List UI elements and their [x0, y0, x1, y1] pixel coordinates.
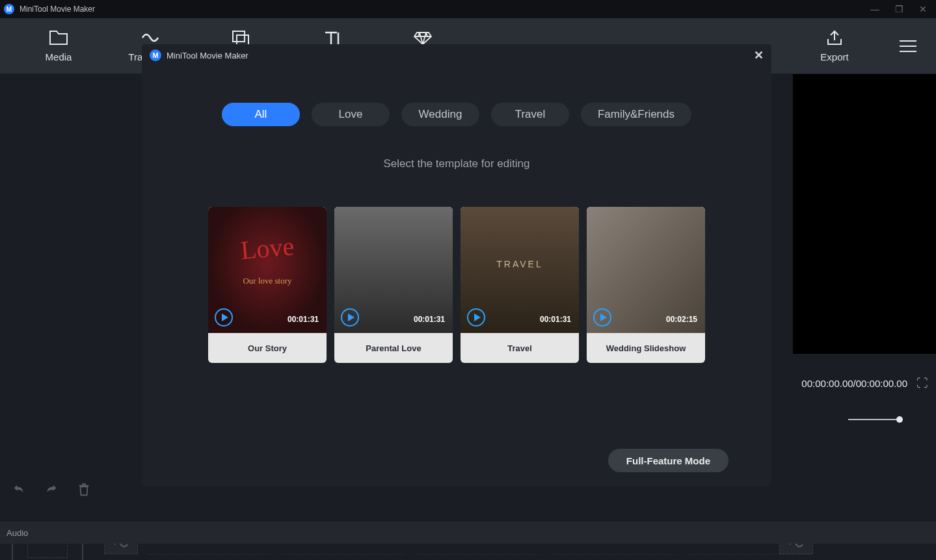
play-icon[interactable]: [215, 308, 233, 327]
audio-label: Audio: [7, 528, 28, 538]
template-travel[interactable]: TRAVEL 00:01:31 Travel: [461, 207, 579, 363]
template-thumb: 00:01:31: [334, 207, 453, 333]
export-icon: [826, 29, 843, 46]
template-our-story[interactable]: Love Our love story 00:01:31 Our Story: [208, 207, 327, 363]
play-icon[interactable]: [593, 308, 611, 327]
template-thumb: TRAVEL 00:01:31: [461, 207, 579, 333]
template-parental-love[interactable]: 00:01:31 Parental Love: [334, 207, 453, 363]
minimize-icon[interactable]: —: [870, 4, 879, 14]
tool-media-label: Media: [46, 51, 72, 62]
app-title: MiniTool Movie Maker: [20, 5, 870, 14]
tool-media[interactable]: Media: [13, 18, 104, 74]
template-name: Parental Love: [334, 333, 453, 363]
maximize-icon[interactable]: ❐: [895, 4, 903, 14]
delete-icon[interactable]: [77, 483, 91, 497]
folder-icon: [49, 29, 68, 46]
fullscreen-icon[interactable]: ⛶: [916, 377, 928, 390]
close-icon[interactable]: ✕: [919, 4, 927, 14]
category-all[interactable]: All: [222, 103, 300, 126]
play-icon[interactable]: [467, 308, 485, 327]
undo-icon[interactable]: [12, 483, 26, 497]
thumb-decorative-text: Our love story: [208, 276, 327, 286]
clip-slot[interactable]: [553, 554, 675, 560]
title-bar: M MiniTool Movie Maker — ❐ ✕: [0, 0, 936, 18]
template-duration: 00:01:31: [540, 315, 571, 324]
svg-rect-0: [233, 31, 245, 42]
template-wedding-slideshow[interactable]: 00:02:15 Wedding Slideshow: [587, 207, 705, 363]
window-controls: — ❐ ✕: [870, 4, 932, 14]
preview-timecode: 00:00:00.00/00:00:00.00: [801, 378, 907, 389]
full-feature-button[interactable]: Full-Feature Mode: [608, 449, 729, 472]
clip-slot[interactable]: [282, 554, 405, 560]
menu-icon[interactable]: [893, 34, 923, 59]
template-grid: Love Our love story 00:01:31 Our Story 0…: [142, 207, 771, 363]
play-icon[interactable]: [341, 308, 359, 327]
template-thumb: Love Our love story 00:01:31: [208, 207, 327, 333]
app-logo-icon: M: [150, 49, 161, 61]
tool-export[interactable]: Export: [789, 18, 880, 74]
template-name: Travel: [461, 333, 579, 363]
category-wedding[interactable]: Wedding: [401, 103, 479, 126]
preview-pane: [793, 74, 936, 354]
clip-slot[interactable]: [418, 554, 540, 560]
template-thumb: 00:02:15: [587, 207, 705, 333]
thumb-decorative-text: Love: [208, 228, 327, 269]
category-love[interactable]: Love: [312, 103, 390, 126]
redo-icon[interactable]: [44, 483, 59, 497]
template-modal: M MiniTool Movie Maker ✕ All Love Weddin…: [142, 44, 771, 487]
category-travel[interactable]: Travel: [491, 103, 569, 126]
edit-controls: [12, 483, 91, 497]
clip-slot[interactable]: [688, 554, 810, 560]
clip-slot[interactable]: [147, 554, 269, 560]
thumb-decorative-text: TRAVEL: [461, 259, 579, 269]
modal-title: MiniTool Movie Maker: [167, 51, 754, 60]
zoom-slider[interactable]: [848, 419, 900, 420]
audio-track[interactable]: Audio: [0, 522, 936, 544]
close-icon[interactable]: ✕: [754, 48, 764, 62]
category-family[interactable]: Family&Friends: [581, 103, 691, 126]
template-duration: 00:02:15: [666, 315, 697, 324]
preview-timecode-row: 00:00:00.00/00:00:00.00 ⛶: [801, 377, 928, 390]
template-name: Our Story: [208, 333, 327, 363]
app-logo-icon: M: [4, 4, 14, 14]
category-tabs: All Love Wedding Travel Family&Friends: [142, 103, 771, 126]
template-duration: 00:01:31: [287, 315, 319, 324]
template-duration: 00:01:31: [414, 315, 445, 324]
template-name: Wedding Slideshow: [587, 333, 705, 363]
tool-export-label: Export: [820, 51, 848, 62]
modal-header: M MiniTool Movie Maker ✕: [142, 44, 771, 66]
modal-subtitle: Select the template for editing: [142, 157, 771, 170]
